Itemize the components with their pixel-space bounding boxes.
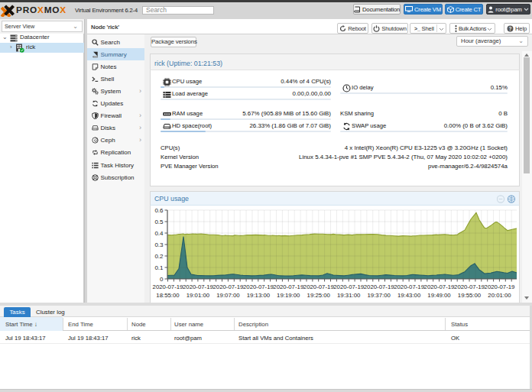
svg-text:0.4: 0.4 <box>154 230 164 237</box>
svg-text:19:43:00: 19:43:00 <box>397 292 421 299</box>
svg-text:2020-07-19: 2020-07-19 <box>183 283 213 290</box>
svg-text:19:31:00: 19:31:00 <box>337 292 361 299</box>
svg-text:19:49:00: 19:49:00 <box>427 292 451 299</box>
svg-text:19:25:00: 19:25:00 <box>307 292 331 299</box>
svg-text:0.2: 0.2 <box>154 253 164 260</box>
svg-text:2020-07-19: 2020-07-19 <box>333 283 364 290</box>
svg-text:0: 0 <box>160 276 164 283</box>
svg-text:2020-07-19: 2020-07-19 <box>394 283 424 290</box>
svg-text:19:07:00: 19:07:00 <box>216 292 240 299</box>
svg-text:20:01:00: 20:01:00 <box>488 292 511 299</box>
svg-text:19:13:00: 19:13:00 <box>247 292 271 299</box>
svg-text:0.1: 0.1 <box>154 264 164 271</box>
svg-text:2020-07-19: 2020-07-19 <box>243 283 274 290</box>
svg-text:19:01:00: 19:01:00 <box>187 292 210 299</box>
svg-text:2020-07-19: 2020-07-19 <box>153 283 183 290</box>
svg-text:0.6: 0.6 <box>154 207 164 214</box>
svg-text:2020-07-19: 2020-07-19 <box>485 283 515 290</box>
svg-text:2020-07-19: 2020-07-19 <box>364 283 394 290</box>
svg-text:2020-07-19: 2020-07-19 <box>424 283 455 290</box>
svg-text:2020-07-19: 2020-07-19 <box>212 283 243 290</box>
svg-text:19:19:00: 19:19:00 <box>277 292 300 299</box>
svg-text:2020-07-19: 2020-07-19 <box>454 283 485 290</box>
svg-text:2020-07-19: 2020-07-19 <box>303 283 334 290</box>
svg-text:2020-07-19: 2020-07-19 <box>273 283 303 290</box>
svg-text:0.3: 0.3 <box>154 241 164 248</box>
svg-text:19:37:00: 19:37:00 <box>368 292 391 299</box>
svg-text:18:55:00: 18:55:00 <box>156 292 180 299</box>
svg-text:19:55:00: 19:55:00 <box>458 292 482 299</box>
svg-text:0.5: 0.5 <box>154 219 164 225</box>
